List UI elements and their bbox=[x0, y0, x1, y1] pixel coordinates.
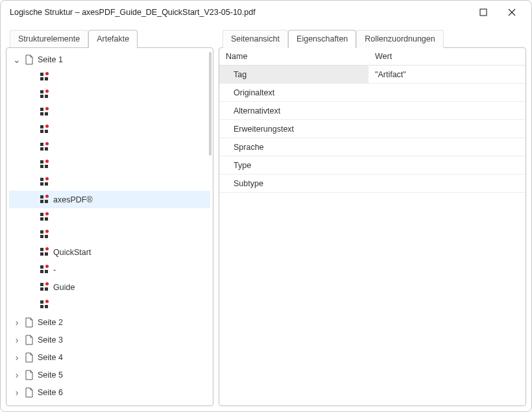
column-header-value[interactable]: Wert bbox=[369, 48, 526, 65]
page-icon bbox=[25, 352, 34, 363]
tree-artifact-item[interactable]: QuickStart bbox=[9, 243, 210, 261]
artifacts-tree-body: ⌄Seite 1axesPDF®QuickStart-Guide›Seite 2… bbox=[6, 47, 213, 406]
tree-item-label: Seite 3 bbox=[34, 335, 63, 345]
tree-page-item[interactable]: ›Seite 6 bbox=[9, 383, 210, 401]
close-button[interactable] bbox=[498, 3, 526, 22]
page-icon bbox=[25, 55, 34, 65]
page-icon bbox=[25, 387, 34, 398]
properties-header: Name Wert bbox=[219, 48, 526, 66]
column-header-name[interactable]: Name bbox=[219, 48, 369, 65]
property-value[interactable]: "Artifact" bbox=[369, 66, 526, 83]
artifact-icon bbox=[40, 300, 49, 309]
window-title: Logische Struktur – axesPDF_Guide_DE_Qui… bbox=[10, 8, 469, 17]
property-name: Alternativtext bbox=[219, 102, 369, 119]
property-value[interactable] bbox=[369, 84, 526, 101]
tree-artifact-item[interactable] bbox=[9, 68, 210, 86]
property-row[interactable]: Type bbox=[219, 156, 526, 175]
tree-artifact-item[interactable] bbox=[9, 121, 210, 138]
maximize-button[interactable] bbox=[469, 3, 498, 22]
property-name: Sprache bbox=[219, 138, 369, 156]
property-name: Tag bbox=[219, 66, 369, 83]
page-icon bbox=[25, 317, 34, 328]
tree-item-label: Guide bbox=[49, 283, 75, 292]
left-panel: StrukturelementeArtefakte ⌄Seite 1axesPD… bbox=[6, 29, 213, 406]
tree-artifact-item[interactable]: Guide bbox=[9, 278, 210, 296]
tree-page-item[interactable]: ›Seite 2 bbox=[9, 313, 210, 331]
tree-artifact-item[interactable] bbox=[9, 86, 210, 103]
tab-seitenansicht[interactable]: Seitenansicht bbox=[223, 30, 288, 48]
tab-eigenschaften[interactable]: Eigenschaften bbox=[288, 30, 356, 48]
tree-artifact-item[interactable] bbox=[9, 138, 210, 156]
tree-item-label: QuickStart bbox=[49, 248, 91, 257]
tree-item-label: Seite 2 bbox=[34, 318, 63, 327]
chevron-down-icon[interactable]: ⌄ bbox=[12, 55, 22, 65]
scrollbar-thumb[interactable] bbox=[209, 52, 212, 156]
tree-item-label: axesPDF® bbox=[49, 195, 93, 204]
tree-artifact-item[interactable] bbox=[9, 173, 210, 191]
artifact-icon bbox=[40, 90, 49, 99]
tree-item-label: Seite 4 bbox=[34, 353, 63, 362]
right-tabs: SeitenansichtEigenschaftenRollenzuordnun… bbox=[219, 29, 526, 47]
tree-artifact-item[interactable] bbox=[9, 156, 210, 173]
artifact-icon bbox=[40, 108, 49, 117]
svg-rect-0 bbox=[480, 9, 487, 16]
tab-rollenzuordnungen[interactable]: Rollenzuordnungen bbox=[356, 30, 443, 48]
tree-item-label: Seite 6 bbox=[34, 388, 63, 397]
chevron-right-icon[interactable]: › bbox=[12, 352, 22, 363]
tab-artefakte[interactable]: Artefakte bbox=[88, 30, 138, 48]
artifact-icon bbox=[40, 178, 49, 187]
chevron-right-icon[interactable]: › bbox=[12, 335, 22, 345]
property-value[interactable] bbox=[369, 156, 526, 174]
properties-rows: Tag"Artifact"OriginaltextAlternativtextE… bbox=[219, 66, 526, 193]
property-value[interactable] bbox=[369, 120, 526, 138]
artifact-icon bbox=[40, 248, 49, 257]
property-row[interactable]: Sprache bbox=[219, 138, 526, 156]
artifact-icon bbox=[40, 265, 49, 274]
property-row[interactable]: Erweiterungstext bbox=[219, 120, 526, 138]
tree-item-label: Seite 1 bbox=[34, 55, 63, 64]
tree-page-1[interactable]: ⌄Seite 1 bbox=[9, 51, 210, 68]
artifacts-tree[interactable]: ⌄Seite 1axesPDF®QuickStart-Guide›Seite 2… bbox=[9, 51, 210, 403]
tree-item-label: - bbox=[49, 265, 56, 274]
tree-page-item[interactable]: ›Seite 3 bbox=[9, 331, 210, 348]
property-value[interactable] bbox=[369, 175, 526, 192]
tree-artifact-item[interactable] bbox=[9, 208, 210, 226]
artifact-icon bbox=[40, 125, 49, 134]
tree-artifact-item[interactable] bbox=[9, 226, 210, 243]
property-row[interactable]: Originaltext bbox=[219, 84, 526, 102]
page-icon bbox=[25, 335, 34, 345]
artifact-icon bbox=[40, 143, 49, 152]
artifact-icon bbox=[40, 195, 49, 204]
property-value[interactable] bbox=[369, 138, 526, 156]
titlebar: Logische Struktur – axesPDF_Guide_DE_Qui… bbox=[1, 1, 531, 24]
chevron-right-icon[interactable]: › bbox=[12, 370, 22, 380]
property-name: Subtype bbox=[219, 175, 369, 192]
property-row[interactable]: Subtype bbox=[219, 175, 526, 193]
artifact-icon bbox=[40, 283, 49, 292]
property-value[interactable] bbox=[369, 102, 526, 119]
tree-artifact-item[interactable]: - bbox=[9, 261, 210, 278]
left-tabs: StrukturelementeArtefakte bbox=[6, 29, 213, 47]
property-row[interactable]: Alternativtext bbox=[219, 102, 526, 120]
property-name: Type bbox=[219, 156, 369, 174]
tree-page-item[interactable]: ›Seite 5 bbox=[9, 366, 210, 383]
content-area: StrukturelementeArtefakte ⌄Seite 1axesPD… bbox=[1, 24, 531, 411]
right-panel: SeitenansichtEigenschaftenRollenzuordnun… bbox=[219, 29, 526, 406]
chevron-right-icon[interactable]: › bbox=[12, 387, 22, 398]
tree-artifact-item[interactable] bbox=[9, 296, 210, 313]
tree-page-item[interactable]: ›Seite 4 bbox=[9, 348, 210, 366]
artifact-icon bbox=[40, 213, 49, 222]
tree-artifact-item[interactable] bbox=[9, 103, 210, 121]
app-window: Logische Struktur – axesPDF_Guide_DE_Qui… bbox=[0, 0, 532, 412]
properties-body: Name Wert Tag"Artifact"OriginaltextAlter… bbox=[219, 47, 526, 406]
chevron-right-icon[interactable]: › bbox=[12, 317, 22, 328]
property-name: Originaltext bbox=[219, 84, 369, 101]
tab-strukturelemente[interactable]: Strukturelemente bbox=[10, 30, 88, 48]
artifact-icon bbox=[40, 230, 49, 239]
tree-artifact-item[interactable]: axesPDF® bbox=[9, 191, 210, 208]
page-icon bbox=[25, 370, 34, 380]
property-row[interactable]: Tag"Artifact" bbox=[219, 66, 526, 84]
artifact-icon bbox=[40, 73, 49, 82]
tree-item-label: Seite 5 bbox=[34, 370, 63, 380]
artifact-icon bbox=[40, 160, 49, 169]
